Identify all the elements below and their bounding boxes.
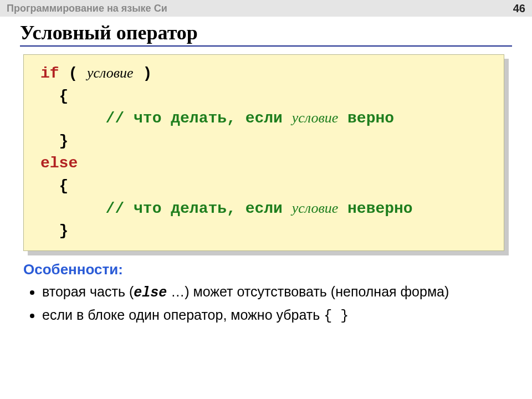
page-number: 46	[513, 2, 525, 15]
comment-true-cond: условие	[292, 110, 339, 126]
comment-false-cond: условие	[292, 200, 339, 216]
comment-false-post: неверно	[338, 200, 412, 217]
comment-true-pre: // что делать, если	[40, 110, 292, 127]
notes-list: вторая часть (else …) может отсутствоват…	[42, 283, 512, 326]
code-line-open-brace-2: {	[40, 175, 493, 198]
bullet1-pre: вторая часть (	[42, 284, 134, 299]
bullet1-post: …) может отсутствовать (неполная форма)	[167, 284, 449, 299]
section-label: Особенности:	[23, 261, 512, 278]
code-line-close-brace: }	[40, 130, 493, 153]
bullet2-pre: если в блоке один оператор, можно убрать	[42, 307, 324, 323]
keyword-if: if	[40, 65, 59, 82]
open-paren: (	[59, 65, 87, 82]
slide-content: Условный оператор if ( условие ) { // чт…	[0, 17, 532, 325]
bullet1-else: else	[134, 285, 167, 301]
code-line-comment-true: // что делать, если условие верно	[40, 108, 493, 130]
breadcrumb: Программирование на языке Си	[7, 3, 167, 14]
code-line-close-brace-2: }	[40, 220, 493, 243]
code-line-if: if ( условие )	[40, 63, 493, 85]
code-line-comment-false: // что делать, если условие неверно	[40, 198, 493, 221]
comment-false-pre: // что делать, если	[40, 200, 292, 217]
code-block-container: if ( условие ) { // что делать, если усл…	[23, 54, 512, 251]
slide-title: Условный оператор	[20, 21, 512, 44]
close-paren: )	[134, 65, 152, 82]
header-strip: Программирование на языке Си 46	[0, 0, 532, 17]
list-item: если в блоке один оператор, можно убрать…	[42, 306, 512, 326]
code-block: if ( условие ) { // что делать, если усл…	[23, 54, 504, 251]
keyword-else: else	[40, 155, 78, 172]
condition-placeholder: условие	[87, 65, 134, 81]
list-item: вторая часть (else …) может отсутствоват…	[42, 283, 512, 303]
code-line-open-brace: {	[40, 85, 493, 108]
bullet2-braces: { }	[324, 308, 349, 324]
title-underline	[20, 45, 512, 47]
code-line-else: else	[40, 152, 493, 175]
comment-true-post: верно	[338, 110, 394, 127]
